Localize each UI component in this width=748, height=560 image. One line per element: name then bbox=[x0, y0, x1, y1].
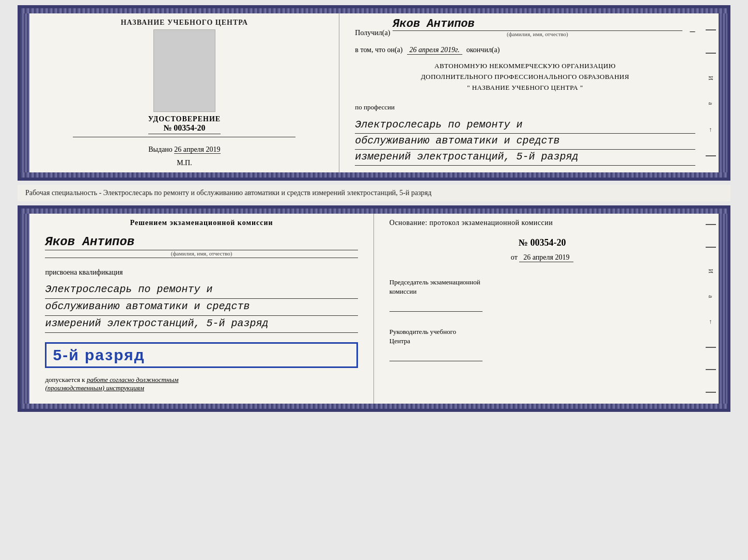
prof-line2: обслуживанию автоматики и средств bbox=[355, 134, 695, 150]
date-prefix: в том, что он(а) bbox=[355, 46, 402, 54]
spine-letter-b-i: И bbox=[707, 269, 714, 274]
received-line: Получил(а) Яков Антипов (фамилия, имя, о… bbox=[355, 18, 695, 37]
org-line2: ДОПОЛНИТЕЛЬНОГО ПРОФЕССИОНАЛЬНОГО ОБРАЗО… bbox=[355, 72, 695, 83]
spine-letter-b-arrow: ← bbox=[707, 319, 714, 325]
spine-left-bottom bbox=[21, 209, 29, 409]
qual-line1: Электрослесарь по ремонту и bbox=[45, 282, 357, 299]
chairman-label-2: комиссии bbox=[389, 287, 417, 295]
profession-value: Электрослесарь по ремонту и обслуживанию… bbox=[355, 118, 695, 166]
org-line3: " НАЗВАНИЕ УЧЕБНОГО ЦЕНТРА " bbox=[355, 83, 695, 93]
decision-title: Решением экзаменационной комиссии bbox=[45, 219, 357, 227]
spine-letter-b-a: а bbox=[707, 295, 714, 298]
spine-letter-arrow: ← bbox=[707, 127, 714, 133]
director-label-1: Руководитель учебного bbox=[389, 328, 456, 335]
qual-line3: измерений электростанций, 5-й разряд bbox=[45, 316, 357, 333]
spine-right-bottom bbox=[719, 209, 727, 409]
allowed-section: допускается к работе согласно должностны… bbox=[45, 376, 357, 392]
spine-letter-i: И bbox=[707, 76, 714, 81]
right-spine-marks-top: И а ← bbox=[703, 8, 719, 178]
protocol-date: от 26 апреля 2019 bbox=[389, 253, 695, 262]
issued-section: Выдано 26 апреля 2019 bbox=[148, 146, 220, 154]
basis-label: Основание: протокол экзаменационной коми… bbox=[389, 219, 695, 227]
cert-bottom-right: Основание: протокол экзаменационной коми… bbox=[374, 209, 719, 409]
spine-dash-3 bbox=[706, 155, 716, 156]
photo-placeholder bbox=[153, 29, 215, 112]
chairman-signature-line bbox=[389, 299, 482, 312]
spine-right-top bbox=[719, 8, 727, 178]
issued-date: 26 апреля 2019 bbox=[174, 146, 220, 154]
cert-number: № 00354-20 bbox=[148, 123, 221, 134]
person-name-sub: (фамилия, имя, отчество) bbox=[45, 250, 357, 258]
chairman-label: Председатель экзаменационной комиссии bbox=[389, 278, 695, 296]
right-spine-marks-bottom: И а ← bbox=[703, 209, 719, 409]
spine-dash-2 bbox=[706, 53, 716, 54]
qualification-label: присвоена квалификация bbox=[45, 268, 357, 277]
director-label: Руководитель учебного Центра bbox=[389, 327, 695, 346]
rank-badge: 5-й разряд bbox=[45, 342, 357, 368]
cert-left-panel: НАЗВАНИЕ УЧЕБНОГО ЦЕНТРА УДОСТОВЕРЕНИЕ №… bbox=[29, 8, 339, 178]
spine-dash-b5 bbox=[706, 392, 716, 393]
cert-number-section: УДОСТОВЕРЕНИЕ № 00354-20 bbox=[148, 115, 221, 134]
org-line1: АВТОНОМНУЮ НЕКОММЕРЧЕСКУЮ ОРГАНИЗАЦИЮ bbox=[355, 61, 695, 72]
prof-line1: Электрослесарь по ремонту и bbox=[355, 118, 695, 134]
spine-dash-b1 bbox=[706, 224, 716, 225]
spine-left bbox=[21, 8, 29, 178]
training-center-title: НАЗВАНИЕ УЧЕБНОГО ЦЕНТРА bbox=[121, 19, 248, 27]
middle-strip: Рабочая специальность - Электрослесарь п… bbox=[18, 185, 730, 201]
spine-dash-b3 bbox=[706, 347, 716, 348]
cert-label: УДОСТОВЕРЕНИЕ bbox=[148, 115, 221, 123]
protocol-number: № 00354-20 bbox=[389, 237, 695, 248]
allowed-value2: (производственным) инструкциям bbox=[45, 384, 144, 392]
spine-letter-a: а bbox=[707, 102, 714, 105]
director-section: Руководитель учебного Центра bbox=[389, 327, 695, 361]
date-prefix-bottom: от bbox=[511, 253, 518, 261]
document-wrapper: НАЗВАНИЕ УЧЕБНОГО ЦЕНТРА УДОСТОВЕРЕНИЕ №… bbox=[18, 5, 730, 412]
qual-line2: обслуживанию автоматики и средств bbox=[45, 299, 357, 316]
certificate-bottom: Решением экзаменационной комиссии Яков А… bbox=[18, 205, 730, 412]
date-line: в том, что он(а) 26 апреля 2019г. окончи… bbox=[355, 46, 695, 55]
rank-badge-text: 5-й разряд bbox=[53, 346, 145, 363]
dash-1: – bbox=[690, 25, 695, 37]
chairman-section: Председатель экзаменационной комиссии bbox=[389, 278, 695, 312]
person-name-large: Яков Антипов bbox=[45, 235, 357, 250]
allowed-value: работе согласно должностным bbox=[87, 376, 179, 383]
director-signature-line bbox=[389, 348, 482, 361]
prof-line3: измерений электростанций, 5-й разряд bbox=[355, 150, 695, 166]
mp-label: М.П. bbox=[177, 159, 192, 167]
cert-bottom-left: Решением экзаменационной комиссии Яков А… bbox=[29, 209, 373, 409]
date-suffix: окончил(а) bbox=[466, 46, 500, 54]
spine-dash-b2 bbox=[706, 247, 716, 248]
protocol-date-value: 26 апреля 2019 bbox=[519, 253, 573, 262]
spine-dash-b4 bbox=[706, 369, 716, 370]
received-prefix: Получил(а) bbox=[355, 29, 390, 37]
org-block: АВТОНОМНУЮ НЕКОММЕРЧЕСКУЮ ОРГАНИЗАЦИЮ ДО… bbox=[355, 61, 695, 93]
date-value: 26 апреля 2019г. bbox=[407, 46, 462, 55]
director-label-2: Центра bbox=[389, 337, 410, 345]
certificate-top: НАЗВАНИЕ УЧЕБНОГО ЦЕНТРА УДОСТОВЕРЕНИЕ №… bbox=[18, 5, 730, 181]
name-subtitle-top: (фамилия, имя, отчество) bbox=[393, 31, 682, 37]
allowed-prefix: допускается к bbox=[45, 376, 85, 383]
profession-label: по профессии bbox=[355, 103, 695, 111]
received-name: Яков Антипов bbox=[393, 18, 682, 31]
chairman-label-1: Председатель экзаменационной bbox=[389, 278, 480, 286]
spine-dash-1 bbox=[706, 29, 716, 30]
qualification-value: Электрослесарь по ремонту и обслуживанию… bbox=[45, 282, 357, 333]
bottom-person-name: Яков Антипов (фамилия, имя, отчество) bbox=[45, 232, 357, 258]
cert-right-panel: Получил(а) Яков Антипов (фамилия, имя, о… bbox=[339, 8, 718, 178]
issued-label: Выдано bbox=[148, 146, 173, 153]
middle-text: Рабочая специальность - Электрослесарь п… bbox=[25, 189, 431, 197]
